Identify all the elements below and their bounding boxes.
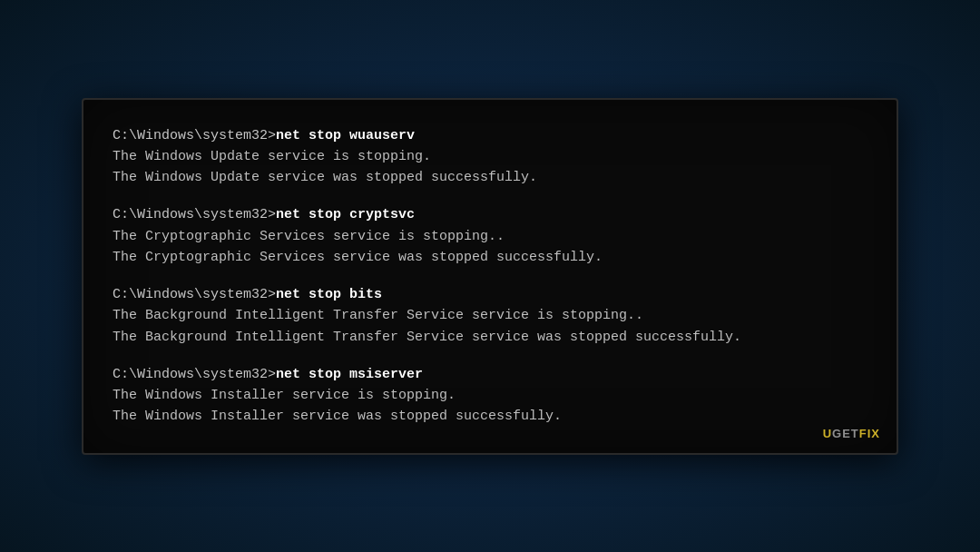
- prompt-prefix-3: C:\Windows\system32>: [113, 287, 276, 302]
- output-1-line-1: The Windows Update service is stopping.: [113, 146, 867, 167]
- output-3-line-2: The Background Intelligent Transfer Serv…: [113, 327, 867, 348]
- prompt-prefix-1: C:\Windows\system32>: [113, 128, 276, 143]
- output-3-line-1: The Background Intelligent Transfer Serv…: [113, 305, 867, 326]
- watermark: UGETFIX: [823, 427, 880, 440]
- prompt-1: C:\Windows\system32>net stop wuauserv: [113, 125, 867, 146]
- cmd-text-1: net stop wuauserv: [276, 128, 415, 143]
- output-4-line-2: The Windows Installer service was stoppe…: [113, 406, 867, 427]
- cmd-text-3: net stop bits: [276, 287, 382, 302]
- prompt-3: C:\Windows\system32>net stop bits: [113, 284, 867, 305]
- terminal-content: C:\Windows\system32>net stop wuauserv Th…: [113, 125, 867, 428]
- output-2-line-1: The Cryptographic Services service is st…: [113, 226, 867, 247]
- watermark-fix: FIX: [859, 427, 880, 440]
- output-2-line-2: The Cryptographic Services service was s…: [113, 247, 867, 268]
- watermark-u: U: [823, 427, 832, 440]
- output-1-line-2: The Windows Update service was stopped s…: [113, 167, 867, 188]
- prompt-4: C:\Windows\system32>net stop msiserver: [113, 364, 867, 385]
- cmd-text-2: net stop cryptsvc: [276, 207, 415, 222]
- page-wrapper: C:\Windows\system32>net stop wuauserv Th…: [54, 40, 926, 512]
- prompt-prefix-2: C:\Windows\system32>: [113, 207, 276, 222]
- output-4-line-1: The Windows Installer service is stoppin…: [113, 385, 867, 406]
- prompt-2: C:\Windows\system32>net stop cryptsvc: [113, 204, 867, 225]
- cmd-block-2: C:\Windows\system32>net stop cryptsvc Th…: [113, 204, 867, 268]
- prompt-prefix-4: C:\Windows\system32>: [113, 367, 276, 382]
- watermark-get: GET: [832, 427, 859, 440]
- terminal-window: C:\Windows\system32>net stop wuauserv Th…: [82, 98, 898, 455]
- cmd-block-4: C:\Windows\system32>net stop msiserver T…: [113, 364, 867, 428]
- cmd-block-1: C:\Windows\system32>net stop wuauserv Th…: [113, 125, 867, 189]
- cmd-text-4: net stop msiserver: [276, 367, 423, 382]
- cmd-block-3: C:\Windows\system32>net stop bits The Ba…: [113, 284, 867, 348]
